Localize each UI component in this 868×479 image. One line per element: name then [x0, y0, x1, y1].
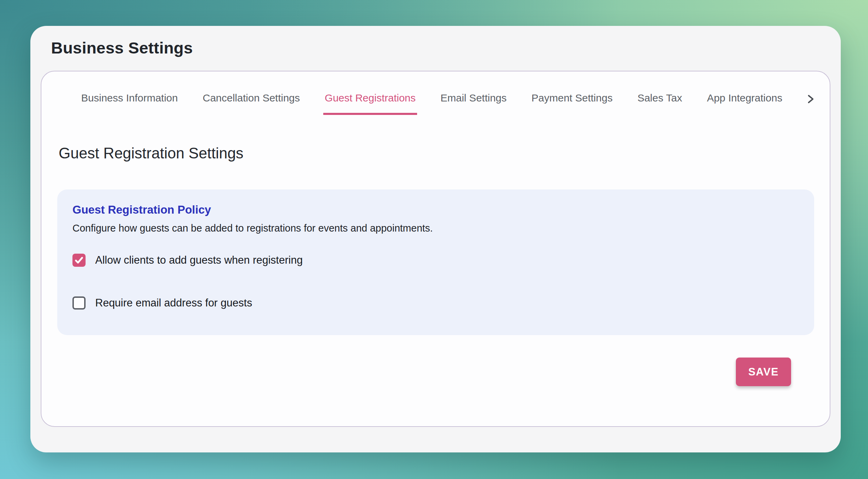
app-background: { "page": { "title": "Business Settings"…: [0, 0, 868, 479]
require-email-checkbox[interactable]: [72, 296, 86, 310]
save-button[interactable]: SAVE: [736, 358, 791, 386]
chevron-right-icon: [807, 94, 815, 105]
tabs-overflow-button[interactable]: [806, 94, 816, 115]
allow-guests-checkbox[interactable]: [72, 254, 86, 267]
tab-business-information[interactable]: Business Information: [80, 92, 179, 115]
tab-sales-tax[interactable]: Sales Tax: [636, 92, 684, 115]
require-email-row: Require email address for guests: [72, 296, 252, 310]
policy-title: Guest Registration Policy: [72, 203, 211, 216]
allow-guests-label: Allow clients to add guests when registe…: [95, 254, 303, 266]
guest-registration-policy-panel: Guest Registration Policy Configure how …: [57, 189, 814, 335]
tab-payment-settings[interactable]: Payment Settings: [530, 92, 614, 115]
tab-cancellation-settings[interactable]: Cancellation Settings: [201, 92, 301, 115]
require-email-label: Require email address for guests: [95, 297, 252, 309]
policy-description: Configure how guests can be added to reg…: [72, 223, 433, 234]
settings-tab-bar: Business Information Cancellation Settin…: [41, 71, 830, 115]
tab-email-settings[interactable]: Email Settings: [439, 92, 508, 115]
tab-guest-registrations[interactable]: Guest Registrations: [323, 92, 417, 115]
checkmark-icon: [74, 255, 84, 265]
tab-app-integrations[interactable]: App Integrations: [706, 92, 783, 115]
section-heading: Guest Registration Settings: [59, 145, 244, 162]
settings-card: Business Settings Business Information C…: [30, 26, 841, 452]
page-title: Business Settings: [51, 38, 193, 57]
allow-guests-row: Allow clients to add guests when registe…: [72, 254, 303, 267]
settings-panel-card: Business Information Cancellation Settin…: [41, 71, 830, 427]
